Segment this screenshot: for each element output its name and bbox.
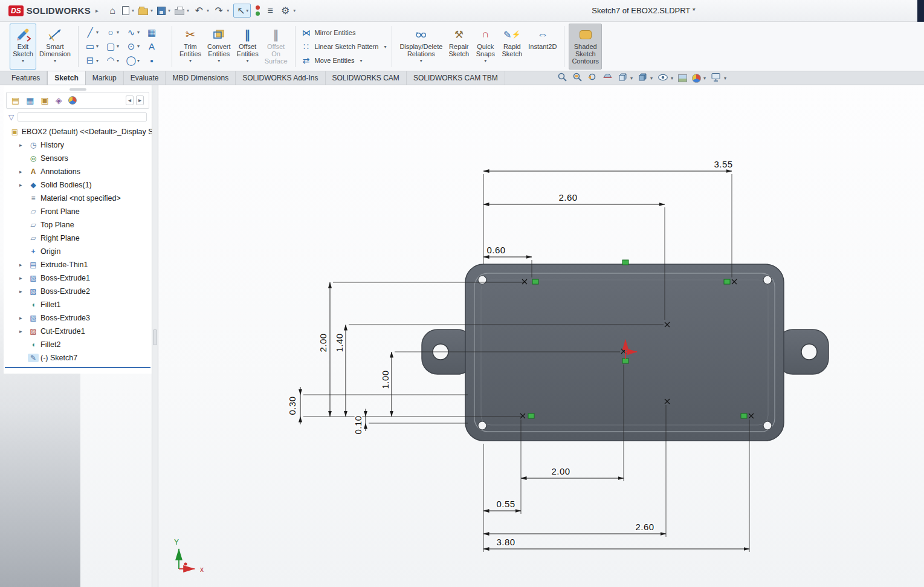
zoom-fit-icon[interactable] [557, 72, 567, 85]
text-tool[interactable]: A [146, 41, 166, 51]
expand-arrow-icon[interactable]: ▸ [19, 328, 28, 334]
instant2d-button[interactable]: ⇔ Instant2D [525, 24, 560, 70]
property-manager-tab-icon[interactable]: ▦ [26, 96, 34, 105]
tree-item-top-plane[interactable]: ▱ Top Plane [4, 218, 152, 232]
corner-hole[interactable] [763, 276, 772, 284]
exit-sketch-button[interactable]: Exit Sketch ▾ [10, 24, 36, 70]
sketch-point[interactable] [724, 279, 730, 284]
panel-splitter[interactable] [152, 85, 158, 587]
file-properties-icon[interactable]: ≡ [265, 5, 276, 16]
rapid-sketch-button[interactable]: ✎⚡ Rapid Sketch [499, 24, 525, 70]
dimension-label-3-80[interactable]: 3.80 [497, 537, 515, 547]
tree-item-fillet1[interactable]: ◖ Fillet1 [4, 298, 152, 311]
sketch-plane-tool[interactable]: ▦ [146, 27, 166, 38]
tree-item-material[interactable]: ≡ Material <not specified> [4, 192, 152, 205]
dimension-label-0-30[interactable]: 0.30 [287, 397, 297, 415]
tree-item-sensors[interactable]: ◎ Sensors [4, 152, 152, 165]
new-caret-icon[interactable]: ▾ [132, 8, 134, 13]
tree-item-extrude-thin1[interactable]: ▸ ▤ Extrude-Thin1 [4, 258, 152, 271]
tree-root-part[interactable]: ▣ EBOX2 (Default) <<Default>_Display Sta… [4, 125, 152, 138]
rectangle-tool[interactable]: ▭▾ [84, 41, 105, 52]
expand-arrow-icon[interactable]: ▸ [19, 262, 28, 268]
sketch-point[interactable] [528, 413, 534, 418]
tab-features[interactable]: Features [5, 71, 47, 85]
shaded-sketch-contours-button[interactable]: Shaded Sketch Contours [569, 24, 602, 70]
status-led-icon[interactable] [255, 5, 260, 16]
select-caret-icon[interactable]: ▾ [246, 8, 248, 13]
print-caret-icon[interactable]: ▾ [187, 8, 189, 13]
tree-item-history[interactable]: ▸ ◷ History [4, 138, 152, 152]
tab-mbd-dimensions[interactable]: MBD Dimensions [166, 71, 236, 85]
dimension-label-1-00[interactable]: 1.00 [380, 371, 390, 389]
spline-tool[interactable]: ∿▾ [125, 27, 146, 38]
rollback-bar[interactable] [5, 367, 150, 368]
home-icon[interactable]: ⌂ [107, 5, 118, 16]
print-icon[interactable] [175, 9, 184, 15]
dimension-label-0-60[interactable]: 0.60 [487, 245, 506, 255]
dimension-label-3-55[interactable]: 3.55 [714, 159, 733, 169]
tab-solidworks-cam[interactable]: SOLIDWORKS CAM [326, 71, 407, 85]
undo-icon[interactable]: ↶ [193, 5, 204, 16]
arc-caret-icon[interactable]: ▾ [117, 58, 119, 63]
new-document-icon[interactable] [122, 6, 129, 15]
view-settings-caret-icon[interactable]: ▾ [724, 76, 726, 81]
spline-caret-icon[interactable]: ▾ [137, 30, 140, 35]
sketch-point[interactable] [622, 260, 628, 265]
expand-arrow-icon[interactable]: ▸ [19, 288, 28, 294]
line-tool[interactable]: ╱▾ [84, 27, 105, 38]
tree-item-right-plane[interactable]: ▱ Right Plane [4, 232, 152, 245]
tab-sketch[interactable]: Sketch [47, 71, 85, 85]
display-style-caret-icon[interactable]: ▾ [650, 76, 653, 81]
quick-snaps-button[interactable]: ∩ Quick Snaps ▾ [472, 24, 499, 70]
undo-caret-icon[interactable]: ▾ [207, 8, 209, 13]
offset-caret-icon[interactable]: ▾ [247, 58, 249, 63]
tree-item-cut-extrude1[interactable]: ▸ ▨ Cut-Extrude1 [4, 325, 152, 338]
smart-dimension-caret-icon[interactable]: ▾ [54, 58, 56, 63]
open-caret-icon[interactable]: ▾ [150, 8, 153, 13]
options-caret-icon[interactable]: ▾ [293, 8, 296, 13]
convert-entities-button[interactable]: Convert Entities ▾ [204, 24, 234, 70]
expand-arrow-icon[interactable]: ▸ [19, 315, 28, 321]
logo-expand-icon[interactable]: ▸ [95, 7, 99, 14]
quick-snaps-caret-icon[interactable]: ▾ [484, 58, 486, 63]
repair-sketch-button[interactable]: ⚒ Repair Sketch [445, 24, 472, 70]
ellipse-tool[interactable]: ⊙▾ [125, 41, 146, 52]
corner-hole[interactable] [763, 421, 772, 430]
view-orientation-icon[interactable] [618, 73, 628, 85]
exit-sketch-caret-icon[interactable]: ▾ [22, 58, 24, 63]
dimension-label-0-55[interactable]: 0.55 [497, 499, 515, 509]
dimxpert-manager-tab-icon[interactable]: ◈ [56, 96, 62, 105]
ear-hole-right[interactable] [801, 344, 817, 360]
linear-pattern-caret-icon[interactable]: ▾ [384, 44, 386, 50]
parallelogram-caret-icon[interactable]: ▾ [96, 58, 99, 63]
hide-show-items-icon[interactable] [657, 73, 668, 84]
view-orientation-caret-icon[interactable]: ▾ [630, 76, 633, 81]
sketch-point[interactable] [622, 358, 628, 363]
mirror-entities-button[interactable]: ⋈ Mirror Entities [301, 26, 387, 39]
linear-sketch-pattern-button[interactable]: ∷ Linear Sketch Pattern ▾ [301, 40, 387, 53]
circle-caret-icon[interactable]: ▾ [117, 30, 119, 35]
hide-show-caret-icon[interactable]: ▾ [671, 76, 673, 81]
edit-appearance-icon[interactable] [692, 74, 701, 83]
tree-item-origin[interactable]: + Origin [4, 245, 152, 258]
smart-dimension-button[interactable]: Smart Dimension ▾ [36, 24, 74, 70]
expand-arrow-icon[interactable]: ▸ [19, 275, 28, 281]
dimension-label-2-00-left[interactable]: 2.00 [318, 334, 328, 352]
tree-item-solid-bodies[interactable]: ▸ ◆ Solid Bodies(1) [4, 178, 152, 192]
slot-tool[interactable]: ▢▾ [105, 41, 125, 52]
ellipse-caret-icon[interactable]: ▾ [137, 44, 140, 49]
dimension-label-1-40[interactable]: 1.40 [334, 334, 344, 352]
point-tool[interactable]: ▪ [146, 56, 166, 66]
expand-arrow-icon[interactable]: ▸ [19, 142, 28, 148]
feature-manager-tab-icon[interactable]: ▤ [11, 96, 19, 105]
offset-entities-button[interactable]: ∥ Offset Entities ▾ [234, 24, 262, 70]
section-view-icon[interactable] [603, 72, 613, 85]
expand-arrow-icon[interactable]: ▸ [19, 169, 28, 175]
arc-tool[interactable]: ◠▾ [105, 55, 125, 66]
panel-prev-icon[interactable]: ◂ [126, 96, 134, 105]
view-settings-icon[interactable] [711, 72, 722, 85]
redo-icon[interactable]: ↷ [213, 5, 224, 16]
tree-item-boss-extrude3[interactable]: ▸ ▧ Boss-Extrude3 [4, 311, 152, 325]
perimeter-circle-caret-icon[interactable]: ▾ [137, 58, 140, 63]
panel-next-icon[interactable]: ▸ [136, 96, 144, 105]
